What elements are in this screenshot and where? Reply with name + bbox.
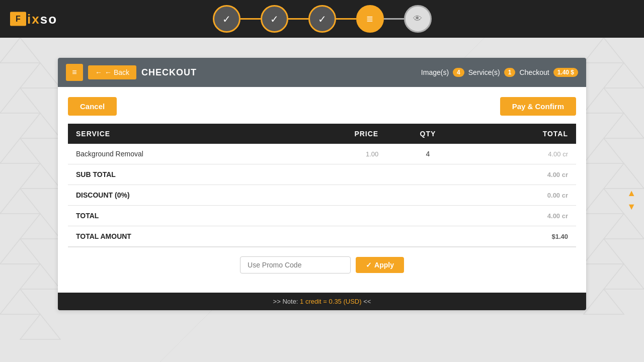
total-row: TOTAL 4.00 cr: [68, 206, 576, 226]
back-button[interactable]: ← ← Back: [88, 65, 136, 79]
svg-marker-2: [0, 88, 40, 113]
checkout-container: ≡ ← ← Back CHECKOUT Image(s) 4 Service(s…: [58, 58, 586, 310]
main-content: ≡ ← ← Back CHECKOUT Image(s) 4 Service(s…: [58, 48, 586, 320]
apply-button-label: Apply: [374, 261, 394, 269]
svg-marker-20: [584, 239, 624, 264]
col-total: TOTAL: [469, 124, 576, 144]
discount-row: DISCOUNT (0%) 0.00 cr: [68, 185, 576, 206]
service-price: 1.00: [283, 144, 387, 164]
checkout-table: SERVICE PRICE QTY TOTAL Background Remov…: [68, 124, 576, 247]
logo-box: F: [10, 12, 26, 26]
total-amount-row: TOTAL AMOUNT $1.40: [68, 226, 576, 247]
step-4-icon: ≡: [367, 13, 373, 26]
svg-marker-3: [20, 113, 60, 138]
svg-marker-7: [20, 214, 60, 239]
service-qty: 4: [386, 144, 469, 164]
service-total: 4.00 cr: [469, 144, 576, 164]
checkout-value-badge: 1.40 $: [553, 68, 578, 77]
connector-4-5: [384, 18, 404, 20]
note-text: 1 credit = 0.35 (USD): [300, 298, 361, 305]
svg-marker-13: [604, 63, 644, 88]
step-3[interactable]: ✓: [308, 5, 336, 33]
step-1-icon: ✓: [222, 13, 231, 25]
step-2[interactable]: ✓: [261, 5, 288, 33]
menu-icon: ≡: [72, 68, 76, 77]
svg-marker-9: [20, 264, 60, 289]
note-prefix: >> Note:: [273, 298, 300, 305]
svg-marker-15: [604, 113, 644, 138]
svg-marker-16: [584, 138, 624, 163]
svg-marker-5: [20, 163, 60, 189]
note-suffix: <<: [363, 298, 371, 305]
connector-3-4: [336, 18, 356, 20]
col-qty: QTY: [386, 124, 469, 144]
apply-button[interactable]: ✓ Apply: [356, 257, 404, 273]
step-5[interactable]: 👁: [404, 5, 432, 33]
step-4[interactable]: ≡: [356, 5, 384, 33]
total-amount-value: $1.40: [469, 226, 576, 247]
svg-marker-17: [604, 163, 644, 189]
checkout-label: Checkout: [519, 68, 549, 76]
step-5-icon: 👁: [413, 14, 422, 24]
svg-marker-18: [584, 189, 624, 214]
step-1[interactable]: ✓: [213, 5, 240, 33]
svg-marker-12: [584, 38, 624, 63]
svg-marker-11: [20, 314, 60, 339]
images-label: Image(s): [421, 68, 449, 76]
subtotal-row: SUB TOTAL 4.00 cr: [68, 164, 576, 185]
checkout-header: ≡ ← ← Back CHECKOUT Image(s) 4 Service(s…: [58, 58, 586, 87]
scroll-up-icon: ▲: [627, 188, 636, 199]
images-count-badge: 4: [453, 68, 464, 77]
menu-button[interactable]: ≡: [66, 64, 83, 81]
table-row: Background Removal 1.00 4 4.00 cr: [68, 144, 576, 164]
promo-input[interactable]: [240, 256, 351, 274]
svg-marker-0: [0, 38, 40, 63]
pay-confirm-button[interactable]: Pay & Confirm: [500, 97, 576, 116]
services-label: Service(s): [468, 68, 500, 76]
cancel-button[interactable]: Cancel: [68, 97, 117, 116]
svg-marker-4: [0, 138, 40, 163]
apply-check-icon: ✓: [366, 261, 372, 269]
checkout-header-left: ≡ ← ← Back CHECKOUT: [66, 64, 197, 81]
svg-marker-8: [0, 239, 40, 264]
svg-marker-14: [584, 88, 624, 113]
total-value: 4.00 cr: [469, 206, 576, 226]
subtotal-value: 4.00 cr: [469, 164, 576, 185]
note-bar: >> Note: 1 credit = 0.35 (USD) <<: [58, 293, 586, 310]
svg-marker-22: [584, 289, 624, 314]
svg-marker-10: [0, 289, 40, 314]
table-header-row: SERVICE PRICE QTY TOTAL: [68, 124, 576, 144]
checkout-header-right: Image(s) 4 Service(s) 1 Checkout 1.40 $: [421, 68, 578, 77]
progress-steps: ✓ ✓ ✓ ≡ 👁: [213, 5, 432, 33]
action-row: Cancel Pay & Confirm: [68, 97, 576, 116]
checkout-body: Cancel Pay & Confirm SERVICE PRICE QTY T…: [58, 87, 586, 293]
back-button-label: ← Back: [105, 68, 129, 76]
svg-marker-19: [604, 214, 644, 239]
scroll-indicators: ▲ ▼: [627, 188, 636, 212]
topbar: F ixso ✓ ✓ ✓ ≡ 👁: [0, 0, 644, 38]
promo-row: ✓ Apply: [68, 247, 576, 283]
checkout-title: CHECKOUT: [141, 67, 197, 78]
total-label: TOTAL: [68, 206, 283, 226]
svg-marker-21: [604, 264, 644, 289]
subtotal-label: SUB TOTAL: [68, 164, 283, 185]
connector-2-3: [288, 18, 308, 20]
discount-label: DISCOUNT (0%): [68, 185, 283, 206]
svg-marker-6: [0, 189, 40, 214]
logo: F ixso: [10, 11, 57, 27]
svg-marker-1: [20, 63, 60, 88]
back-arrow-icon: ←: [95, 68, 102, 76]
step-3-icon: ✓: [318, 13, 327, 25]
total-amount-label: TOTAL AMOUNT: [68, 226, 283, 247]
service-name: Background Removal: [68, 144, 283, 164]
step-2-icon: ✓: [270, 13, 279, 25]
connector-1-2: [240, 18, 261, 20]
scroll-down-icon: ▼: [627, 202, 636, 212]
discount-value: 0.00 cr: [469, 185, 576, 206]
logo-text: ixso: [27, 11, 57, 27]
services-count-badge: 1: [504, 68, 516, 77]
col-service: SERVICE: [68, 124, 283, 144]
col-price: PRICE: [283, 124, 387, 144]
